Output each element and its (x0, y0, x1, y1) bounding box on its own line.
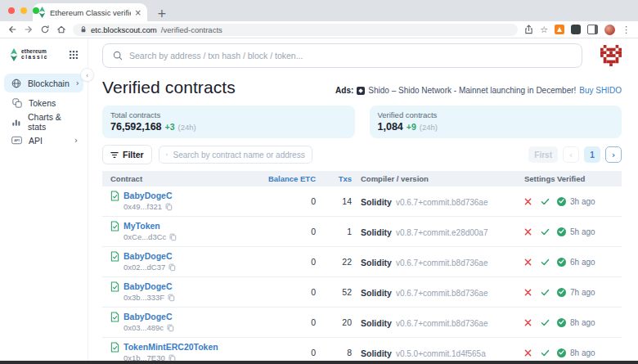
sidebar: ethereum classic ‹ (0, 38, 88, 364)
compiler-language: Solidity (361, 318, 392, 328)
verified-contract-icon (110, 221, 119, 231)
url-host: etc.blockscout.com (91, 25, 157, 34)
browser-menu-icon[interactable]: ⋮ (622, 25, 631, 35)
table-row: BabyDogeC 0x49...f321 0 14 Solidityv0.6.… (102, 186, 622, 217)
pagination-first-button[interactable]: First (528, 146, 558, 163)
copy-icon[interactable] (169, 233, 177, 241)
table-row: BabyDogeC 0x02...dC37 0 22 Solidityv0.6.… (102, 247, 622, 277)
shido-logo-icon (357, 87, 365, 95)
ads-link[interactable]: Buy SHIDO (579, 86, 622, 95)
contract-name-link[interactable]: BabyDogeC (124, 251, 173, 262)
pagination-current-page[interactable]: 1 (584, 146, 600, 163)
forward-icon[interactable] (24, 25, 34, 34)
verified-contract-icon (110, 281, 119, 292)
verified-time: 8h ago (570, 318, 595, 327)
stat-card-verified-contracts: Verified contracts 1,084 +9 (24h) (370, 106, 622, 138)
settings-check-icon (541, 349, 550, 357)
contract-address: 0xCe...d3Cc (124, 232, 166, 242)
browser-profile-avatar[interactable] (604, 25, 615, 35)
verified-time: 6h ago (570, 258, 595, 267)
contract-name-link[interactable]: BabyDogeC (124, 281, 173, 292)
header-verified: Verified (555, 174, 613, 183)
back-icon[interactable] (7, 25, 17, 34)
verified-badge-icon (557, 318, 566, 327)
copy-icon[interactable] (168, 294, 175, 302)
apps-grid-icon[interactable] (70, 51, 78, 59)
tab-close-icon[interactable]: × (135, 8, 142, 17)
table-row: MyToken 0xCe...d3Cc 0 1 Solidityv0.8.7+c… (102, 217, 622, 247)
sidebar-collapse-button[interactable]: ‹ (80, 68, 94, 82)
zoom-window-button[interactable] (33, 7, 39, 14)
copy-icon[interactable] (167, 324, 174, 332)
verified-time: 5h ago (570, 227, 595, 236)
sidebar-item-label: API (29, 136, 43, 146)
home-icon[interactable] (56, 25, 66, 34)
pagination-next-button[interactable]: › (605, 146, 622, 163)
header-balance-sort-link[interactable]: Balance ETC (258, 174, 316, 183)
side-panel-icon[interactable] (587, 25, 598, 34)
stat-value: 76,592,168 (110, 121, 162, 133)
stat-label: Verified contracts (378, 110, 614, 119)
sidebar-item-label: Charts & stats (28, 112, 78, 132)
sidebar-item-api[interactable]: API API › (4, 132, 83, 149)
sidebar-item-charts-stats[interactable]: Charts & stats (4, 113, 83, 130)
close-window-button[interactable] (8, 7, 15, 14)
tab-title: Ethereum Classic verified con (50, 8, 131, 17)
contract-search-input[interactable]: Search by contract name or address (159, 146, 312, 164)
header-txs-sort-link[interactable]: Txs (316, 174, 352, 183)
tokens-icon (11, 98, 22, 108)
filter-label: Filter (123, 150, 144, 160)
table-body: BabyDogeC 0x49...f321 0 14 Solidityv0.6.… (102, 186, 622, 364)
new-tab-button[interactable]: + (157, 7, 167, 19)
browser-toolbar: etc.blockscout.com/verified-contracts ☆ … (0, 21, 638, 38)
share-icon[interactable] (524, 25, 533, 34)
minimize-window-button[interactable] (20, 7, 27, 14)
settings-check-icon (541, 258, 550, 266)
profile-identicon[interactable] (600, 45, 622, 66)
sidebar-item-blockchain[interactable]: Blockchain › (4, 74, 83, 92)
copy-icon[interactable] (165, 203, 173, 211)
contract-name-link[interactable]: MyToken (124, 221, 160, 231)
global-search-input[interactable]: Search by address / txn hash / block / t… (102, 43, 582, 68)
compiler-language: Solidity (361, 258, 392, 267)
copy-icon[interactable] (168, 263, 176, 272)
contract-name-link[interactable]: BabyDogeC (124, 312, 173, 322)
etc-logo[interactable]: ethereum classic (10, 48, 48, 61)
sidebar-item-label: Blockchain (28, 79, 70, 88)
balance-value: 0 (258, 287, 316, 297)
stat-delta: +3 (165, 122, 175, 132)
address-bar[interactable]: etc.blockscout.com/verified-contracts (73, 24, 518, 36)
global-search-placeholder: Search by address / txn hash / block / t… (129, 51, 303, 61)
txs-value: 8 (316, 348, 352, 357)
header-compiler: Compiler / version (352, 174, 515, 183)
etc-diamond-icon (10, 48, 18, 61)
compiler-language: Solidity (361, 348, 392, 358)
txs-value: 20 (316, 317, 352, 327)
filter-icon (110, 151, 119, 159)
contract-address: 0x02...dC37 (124, 263, 165, 272)
search-icon (113, 51, 123, 61)
settings-check-icon (541, 319, 550, 326)
bookmark-star-icon[interactable]: ☆ (540, 25, 548, 34)
bar-chart-icon (11, 117, 21, 127)
contract-name-link[interactable]: BabyDogeC (124, 191, 173, 201)
verified-badge-icon (557, 348, 566, 357)
metamask-extension-icon[interactable] (555, 25, 564, 34)
contract-address: 0x3b...333F (124, 293, 164, 303)
extension-icon[interactable] (571, 25, 581, 34)
stat-window: (24h) (420, 123, 438, 132)
stat-value: 1,084 (378, 121, 403, 133)
table-row: BabyDogeC 0x03...489c 0 20 Solidityv0.6.… (102, 308, 622, 338)
pagination-prev-button[interactable]: ‹ (563, 146, 579, 163)
contract-name-link[interactable]: TokenMintERC20Token (124, 342, 218, 353)
ads-banner: Ads: Shido – Shido Network - Mainnet lau… (335, 86, 622, 97)
compiler-version: v0.6.7+commit.b8d736ae (396, 198, 488, 207)
sidebar-item-tokens[interactable]: Tokens (4, 94, 83, 111)
compiler-language: Solidity (361, 288, 392, 298)
settings-cross-icon (524, 289, 532, 296)
filter-button[interactable]: Filter (102, 145, 152, 164)
blockscout-app: ethereum classic ‹ (0, 38, 638, 364)
settings-cross-icon (524, 198, 532, 205)
browser-tab[interactable]: Ethereum Classic verified con × (33, 3, 147, 21)
reload-icon[interactable] (40, 25, 50, 34)
